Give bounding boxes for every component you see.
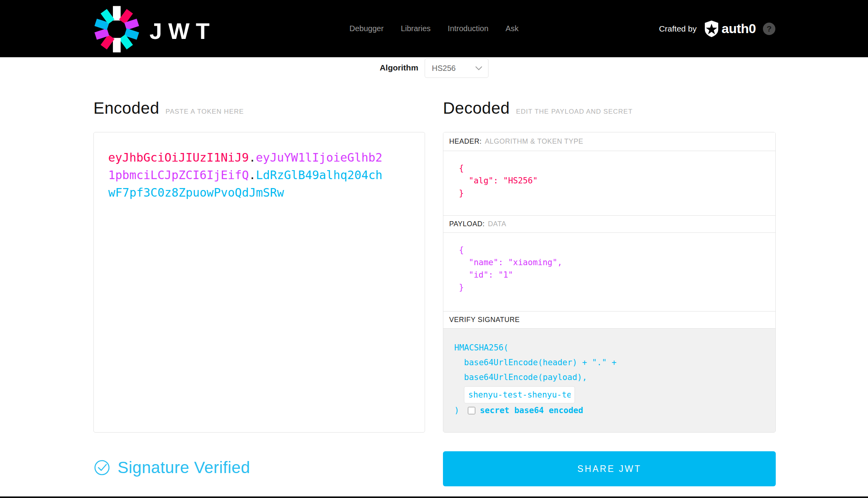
header-section-label-row: HEADER: ALGORITHM & TOKEN TYPE	[443, 132, 775, 151]
algorithm-row: Algorithm HS256	[0, 57, 868, 81]
payload-section-sublabel: DATA	[488, 220, 506, 228]
algorithm-selected-value: HS256	[432, 64, 456, 73]
crafted-by-group: Crafted by auth0 ?	[659, 0, 775, 57]
encoded-column: Encoded PASTE A TOKEN HERE eyJhbGciOiJIU…	[93, 99, 425, 477]
payload-section-label-row: PAYLOAD: DATA	[443, 216, 775, 233]
jwt-token-text[interactable]: eyJhbGciOiJIUzI1NiJ9.eyJuYW1lIjoieGlhb21…	[108, 149, 384, 201]
nav-item-debugger[interactable]: Debugger	[350, 24, 384, 33]
crafted-by-label: Crafted by	[659, 24, 697, 33]
nav-item-libraries[interactable]: Libraries	[401, 24, 431, 33]
verify-signature-content: HMACSHA256( base64UrlEncode(header) + ".…	[443, 329, 775, 432]
encoded-title: Encoded	[93, 99, 159, 118]
decoded-column: Decoded EDIT THE PAYLOAD AND SECRET HEAD…	[443, 99, 776, 486]
verify-last-row: ) secret base64 encoded	[454, 406, 768, 415]
share-jwt-button[interactable]: SHARE JWT	[443, 451, 776, 486]
verify-code-line3: base64UrlEncode(payload),	[464, 370, 768, 385]
decoded-subtitle: EDIT THE PAYLOAD AND SECRET	[516, 108, 633, 116]
header-section-label: HEADER:	[449, 137, 482, 146]
check-circle-icon	[93, 459, 111, 476]
jwt-brand[interactable]: JWT	[93, 0, 216, 57]
main-nav: Debugger Libraries Introduction Ask	[350, 0, 518, 57]
token-separator-dot: .	[249, 168, 256, 182]
nav-item-ask[interactable]: Ask	[506, 24, 518, 33]
top-navigation-bar: JWT Debugger Libraries Introduction Ask …	[0, 0, 868, 57]
auth0-wordmark[interactable]: auth0	[722, 21, 756, 36]
decoded-panel: HEADER: ALGORITHM & TOKEN TYPE { "alg": …	[443, 132, 776, 433]
decoded-header-json[interactable]: { "alg": "HS256" }	[443, 151, 775, 216]
encoded-title-row: Encoded PASTE A TOKEN HERE	[93, 99, 425, 120]
chevron-down-icon	[475, 66, 483, 70]
verify-closing-paren: )	[454, 406, 459, 415]
secret-base64-label[interactable]: secret base64 encoded	[480, 406, 583, 415]
jwt-wordmark: JWT	[149, 18, 216, 44]
help-icon[interactable]: ?	[763, 23, 775, 35]
payload-section-label: PAYLOAD:	[449, 220, 485, 228]
verify-code-line1: HMACSHA256(	[454, 340, 768, 355]
token-separator-dot: .	[249, 151, 256, 164]
verify-code-line2: base64UrlEncode(header) + "." +	[464, 355, 768, 370]
verify-section-label-row: VERIFY SIGNATURE	[443, 311, 775, 329]
decoded-payload-json[interactable]: { "name": "xiaoming", "id": "1" }	[443, 233, 775, 311]
secret-base64-checkbox[interactable]	[468, 407, 475, 414]
auth0-logo-icon[interactable]	[704, 20, 719, 37]
nav-item-introduction[interactable]: Introduction	[448, 24, 488, 33]
decoded-title: Decoded	[443, 99, 510, 118]
header-section-sublabel: ALGORITHM & TOKEN TYPE	[485, 137, 583, 146]
jwt-logo-icon	[93, 5, 141, 53]
secret-input[interactable]	[464, 386, 575, 403]
verify-signature-label: VERIFY SIGNATURE	[449, 316, 520, 324]
encoded-token-editor[interactable]: eyJhbGciOiJIUzI1NiJ9.eyJuYW1lIjoieGlhb21…	[93, 132, 425, 433]
footer-top-edge	[0, 496, 868, 498]
token-header-segment[interactable]: eyJhbGciOiJIUzI1NiJ9	[108, 151, 249, 164]
decoded-title-row: Decoded EDIT THE PAYLOAD AND SECRET	[443, 99, 776, 120]
encoded-subtitle: PASTE A TOKEN HERE	[165, 108, 244, 116]
signature-verified-label: Signature Verified	[118, 458, 250, 477]
algorithm-select[interactable]: HS256	[425, 58, 488, 78]
signature-status: Signature Verified	[93, 458, 425, 477]
algorithm-label: Algorithm	[380, 63, 418, 72]
